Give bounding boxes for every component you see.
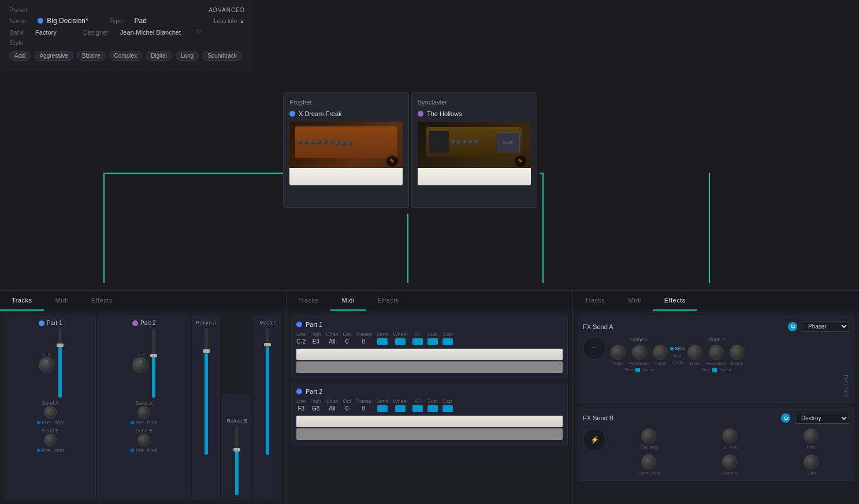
- low-label: Low: [296, 331, 306, 337]
- return-b-fader[interactable]: [235, 426, 239, 495]
- channel-part1: Part 1 LR Send A PrePost: [5, 316, 96, 499]
- heart-icon[interactable]: ♡: [196, 28, 202, 36]
- destroy-icon: ⚡: [583, 428, 606, 451]
- part2-at-btn[interactable]: [412, 405, 423, 412]
- part2-pan-knob[interactable]: [132, 357, 148, 373]
- center-tab-bar: Tracks Midi Effects: [287, 291, 572, 311]
- part2-wheel-btn[interactable]: [395, 405, 406, 412]
- synclavier-title: Synclavier: [418, 99, 531, 106]
- style-tag-soundtrack[interactable]: Soundtrack: [202, 51, 242, 61]
- part2-fader[interactable]: [152, 328, 155, 398]
- oct-label: Oct: [343, 331, 351, 337]
- phaser-depth1-label: Depth: [654, 361, 666, 366]
- phaser-depth1-knob[interactable]: [653, 345, 668, 360]
- destroy-bitred-label: Bit Red: [722, 445, 737, 450]
- right-tab-tracks[interactable]: Tracks: [573, 291, 617, 311]
- part2-high: G8: [312, 405, 319, 412]
- right-tab-midi[interactable]: Midi: [617, 291, 653, 311]
- part1-at-btn[interactable]: [412, 338, 423, 345]
- part1-fader[interactable]: [58, 328, 62, 398]
- sine-dot-1[interactable]: [635, 368, 640, 372]
- midi-part2-name: Part 2: [306, 388, 322, 395]
- center-tab-effects[interactable]: Effects: [366, 291, 411, 311]
- part1-pan-knob[interactable]: [39, 357, 55, 373]
- fx-send-a-select[interactable]: Phaser Chorus Flanger: [802, 321, 849, 332]
- style-tag-digital[interactable]: Digital: [146, 51, 172, 61]
- destroy-gain-knob[interactable]: [804, 454, 819, 469]
- midi-part1-name: Part 1: [306, 321, 322, 328]
- left-tab-tracks[interactable]: Tracks: [0, 291, 44, 311]
- phaser-feedback2-knob[interactable]: [709, 345, 724, 360]
- style-label: Style: [9, 39, 23, 46]
- send-b-label: Send B: [42, 428, 59, 434]
- part2-dot: [132, 320, 138, 326]
- return-a-fader[interactable]: [204, 328, 208, 455]
- less-info-button[interactable]: Less info ▲: [214, 18, 245, 24]
- part1-send-a-knob[interactable]: [44, 406, 57, 419]
- part1-pre-post-a: PrePost: [37, 420, 64, 425]
- return-b-name: Return B: [226, 418, 247, 424]
- synclavier-keys: [418, 168, 531, 185]
- phaser-rate1-knob[interactable]: [611, 345, 626, 360]
- fx-send-b-select[interactable]: Destroy Distortion Bitcrusher: [795, 413, 849, 424]
- part2-send-b-knob[interactable]: [137, 434, 150, 446]
- part1-fader-container: LR: [39, 328, 62, 398]
- part2-fader-container: LR: [132, 328, 155, 398]
- style-tag-acid[interactable]: Acid: [9, 51, 31, 61]
- destroy-bitred-knob[interactable]: [722, 428, 737, 443]
- right-tab-effects[interactable]: Effects: [653, 291, 697, 311]
- part2-send-a-knob[interactable]: [137, 406, 150, 419]
- return-a-name: Return A: [196, 320, 216, 326]
- style-tag-complex[interactable]: Complex: [109, 51, 142, 61]
- advanced-button[interactable]: ADVANCED: [209, 7, 245, 13]
- master-fader[interactable]: [266, 328, 269, 455]
- part1-bend-btn[interactable]: [377, 338, 388, 345]
- phaser-depth2-knob[interactable]: [730, 345, 745, 360]
- synclavier-card[interactable]: Synclavier The Hollows ~ DISP ✎: [411, 92, 537, 208]
- style-tag-long[interactable]: Long: [176, 51, 199, 61]
- preset-name: Big Decision*: [38, 17, 88, 25]
- center-tab-tracks[interactable]: Tracks: [287, 291, 330, 311]
- prophet-card[interactable]: Prophet X Dream Freak ✎: [283, 92, 409, 208]
- left-tab-midi[interactable]: Midi: [44, 291, 80, 311]
- part1-wheel-btn[interactable]: [395, 338, 406, 345]
- synclavier-panel: ~ DISP: [426, 127, 523, 157]
- fx-send-b-power[interactable]: ⏻: [781, 413, 790, 423]
- destroy-clipping-knob[interactable]: [641, 428, 656, 443]
- midi-part2-header: Part 2: [296, 388, 563, 395]
- style-tag-aggressive[interactable]: Aggressive: [34, 51, 73, 61]
- phaser-icon: ~: [583, 337, 606, 360]
- part1-send-b-knob[interactable]: [44, 434, 57, 446]
- part2-bend-btn[interactable]: [377, 405, 388, 412]
- part2-lr-label: LR: [136, 352, 144, 357]
- dual-mode: Dual mode: [672, 353, 683, 365]
- destroy-gain-label: Gain: [806, 471, 816, 476]
- part2-exp-btn[interactable]: [442, 405, 453, 412]
- fx-send-b-title: FX Send B: [583, 415, 776, 421]
- part1-keyboard-white: [296, 349, 563, 360]
- style-tag-bizarre[interactable]: Bizarre: [77, 51, 106, 61]
- part2-transp: 0: [362, 405, 366, 412]
- part1-exp-btn[interactable]: [442, 338, 453, 345]
- destroy-harmdisto-knob[interactable]: [641, 454, 656, 469]
- left-tab-bar: Tracks Midi Effects: [0, 291, 286, 311]
- synclavier-edit-icon[interactable]: ✎: [515, 155, 526, 167]
- sine-dot-2[interactable]: [712, 368, 717, 372]
- destroy-tone-knob[interactable]: [804, 428, 819, 443]
- sine-noise-2: Sine Noise: [701, 367, 731, 372]
- fx-send-a-power[interactable]: ⏻: [788, 322, 797, 331]
- part1-sust-btn[interactable]: [427, 338, 438, 345]
- phaser-feedback1-knob[interactable]: [632, 345, 647, 360]
- part2-sust-btn[interactable]: [427, 405, 438, 412]
- center-tab-midi[interactable]: Midi: [330, 291, 366, 311]
- phaser-rate2-knob[interactable]: [687, 345, 702, 360]
- part1-high: E3: [313, 338, 319, 345]
- master-name: Master: [259, 320, 276, 326]
- left-tracks-content: Part 1 LR Send A PrePost: [0, 311, 286, 504]
- left-tab-effects[interactable]: Effects: [80, 291, 124, 311]
- edit-icon[interactable]: ✎: [386, 155, 398, 167]
- part2-send-a-label: Send A: [136, 400, 153, 406]
- destroy-resamp-knob[interactable]: [722, 454, 737, 469]
- midi-part2: Part 2 Low F3 High G8 Chan All: [291, 383, 568, 445]
- synclavier-patch: The Hollows: [418, 110, 531, 117]
